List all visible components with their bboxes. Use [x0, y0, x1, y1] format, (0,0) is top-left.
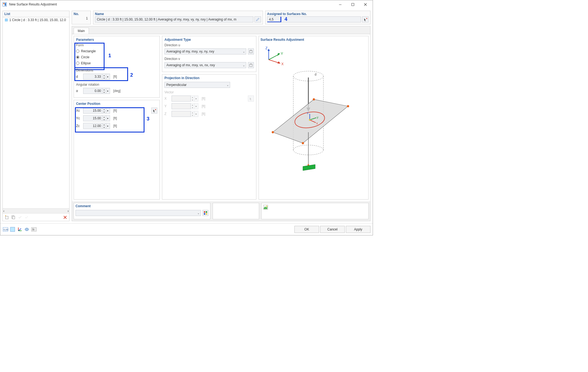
svg-text:Y: Y: [281, 51, 283, 56]
diru-library-icon[interactable]: [248, 48, 254, 54]
vector-z: ▲▼ ▸: [172, 111, 198, 117]
xc-field[interactable]: 15.00 ▲▼ ▸: [83, 108, 110, 114]
list-scrollbar[interactable]: ‹›: [3, 208, 69, 213]
close-button[interactable]: [359, 1, 372, 8]
svg-point-35: [272, 131, 274, 133]
yc-field[interactable]: 15.00 ▲▼ ▸: [83, 115, 110, 121]
dimensions-header: Dimensions: [76, 68, 157, 72]
projection-select[interactable]: Perpendicular⌄: [164, 82, 230, 88]
name-field[interactable]: Circle | d : 3.33 ft | 15.00, 15.00, 12.…: [95, 16, 253, 22]
check2-icon[interactable]: [24, 214, 30, 220]
pick-point-icon[interactable]: [151, 108, 157, 114]
svg-rect-7: [5, 216, 8, 219]
svg-text:0,00: 0,00: [4, 228, 8, 231]
svg-marker-34: [273, 99, 348, 143]
zc-field[interactable]: 12.00 ▲▼ ▸: [83, 123, 110, 129]
svg-point-38: [302, 142, 304, 144]
vector-y: ▲▼ ▸: [172, 103, 198, 109]
direction-v-select[interactable]: Averaging of mx, mxy, vx, nx, nxy⌄: [164, 62, 246, 68]
svg-text:z: z: [307, 111, 309, 114]
spinner-icon[interactable]: ▲▼: [102, 74, 106, 80]
svg-point-46: [309, 119, 311, 121]
preview-panel: Surface Results Adjustment Z: [259, 36, 369, 200]
svg-line-61: [18, 229, 21, 231]
svg-text:y: y: [317, 116, 318, 119]
preview-header: Surface Results Adjustment: [260, 38, 367, 42]
svg-marker-22: [277, 53, 280, 56]
svg-point-55: [266, 206, 267, 207]
window-title: New Surface Results Adjustment: [9, 2, 334, 6]
cancel-button[interactable]: Cancel: [320, 226, 345, 233]
name-box: Name Circle | d : 3.33 ft | 15.00, 15.00…: [93, 11, 263, 24]
vector-header: Vector: [164, 90, 254, 94]
svg-text:Z: Z: [265, 46, 268, 50]
maximize-button[interactable]: [346, 1, 359, 8]
svg-text:X: X: [281, 62, 284, 66]
svg-rect-53: [206, 213, 207, 215]
fx-icon[interactable]: fx: [31, 226, 37, 232]
svg-text:d: d: [315, 73, 317, 76]
list-item[interactable]: 1 Circle | d : 3.33 ft | 15.00, 15.00, 1…: [4, 18, 68, 22]
annotation-4: 4: [285, 16, 370, 22]
units-icon[interactable]: 0,00: [2, 226, 8, 232]
svg-rect-52: [204, 213, 205, 215]
svg-point-37: [347, 105, 349, 107]
minimize-button[interactable]: [334, 1, 346, 8]
check-icon[interactable]: [17, 214, 23, 220]
name-edit-icon[interactable]: [254, 16, 261, 22]
form-circle[interactable]: Circle: [76, 54, 157, 60]
globe-icon[interactable]: [24, 226, 30, 232]
d-field[interactable]: 3.33 ▲▼ ▸: [83, 74, 110, 80]
direction-v-label: Direction v: [164, 57, 254, 61]
svg-marker-49: [303, 165, 315, 171]
list-item-label: 1 Circle | d : 3.33 ft | 15.00, 15.00, 1…: [9, 18, 66, 22]
comment-color-icon[interactable]: [202, 210, 208, 216]
svg-rect-1: [3, 3, 4, 4]
comment-group: Comment ⌄: [74, 203, 210, 219]
direction-u-select[interactable]: Averaging of my, mxy, vy, ny, nxy⌄: [164, 48, 246, 54]
comment-field[interactable]: ⌄: [76, 210, 201, 216]
pick-vector-icon: [248, 96, 254, 102]
form-ellipse[interactable]: Ellipse: [76, 60, 157, 66]
svg-rect-17: [250, 64, 252, 67]
copy-icon[interactable]: [10, 214, 16, 220]
svg-rect-4: [352, 3, 354, 6]
axes-icon[interactable]: [17, 226, 23, 232]
dirv-library-icon[interactable]: [248, 62, 254, 68]
no-label: No.: [74, 12, 89, 16]
xc-label: Xc: [76, 109, 82, 113]
svg-marker-19: [268, 49, 270, 51]
no-value: 1: [74, 16, 89, 21]
ok-button[interactable]: OK: [294, 226, 319, 233]
annotation-3: 3: [147, 116, 149, 122]
app-icon: [2, 2, 7, 7]
parameters-group: Parameters 1 Form Rectangle Circle Ellip…: [74, 36, 160, 98]
alpha-field[interactable]: 0.00 ▲▼ ▸: [83, 88, 110, 94]
list-panel: List 1 Circle | d : 3.33 ft | 15.00, 15.…: [2, 11, 69, 221]
form-rectangle[interactable]: Rectangle: [76, 48, 157, 54]
projection-header: Projection in Direction: [164, 76, 254, 80]
svg-rect-51: [206, 211, 207, 213]
parameters-header: Parameters: [76, 38, 157, 42]
alpha-unit: [deg]: [113, 89, 121, 93]
delete-icon[interactable]: [62, 214, 68, 220]
d-unit: [ft]: [113, 75, 117, 79]
preview-diagram: Z Y X d: [260, 43, 356, 180]
theme-icon[interactable]: [10, 226, 16, 232]
preview-render-icon[interactable]: [263, 204, 269, 210]
annotation-2: 2: [130, 72, 133, 78]
svg-text:fx: fx: [32, 228, 35, 231]
list-header: List: [3, 11, 69, 17]
d-label: d: [76, 75, 82, 79]
tab-main[interactable]: Main: [74, 28, 89, 34]
svg-point-36: [313, 98, 315, 100]
apply-button[interactable]: Apply: [346, 226, 370, 233]
expand-icon[interactable]: ▸: [106, 74, 110, 80]
svg-rect-58: [10, 227, 15, 232]
yc-label: Yc: [76, 116, 82, 120]
comment-header: Comment: [76, 204, 208, 208]
list-color-swatch: [5, 19, 8, 21]
annotation-1: 1: [108, 53, 111, 59]
alpha-label: α: [76, 89, 82, 93]
new-icon[interactable]: [4, 214, 10, 220]
